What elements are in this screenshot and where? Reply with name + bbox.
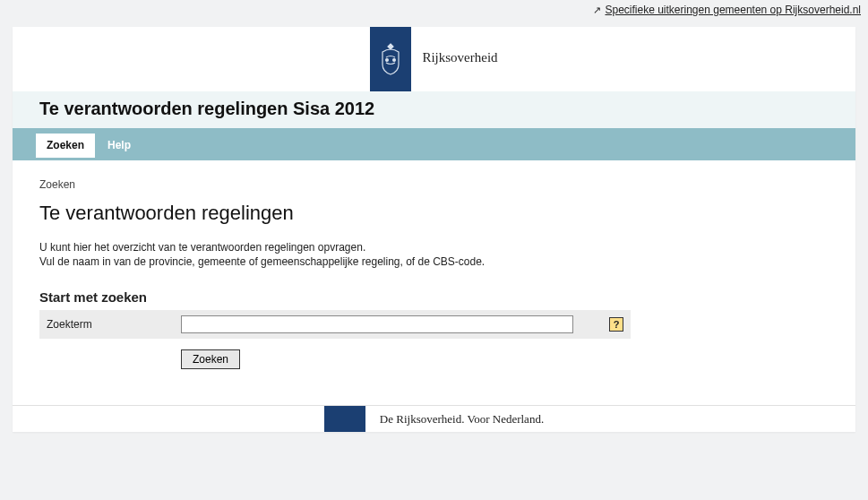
search-form-row: Zoekterm ? (39, 310, 631, 339)
help-icon[interactable]: ? (609, 317, 623, 332)
intro-line-2: Vul de naam in van de provincie, gemeent… (39, 255, 829, 268)
tabs: Zoeken Help (36, 134, 855, 158)
intro-line-1: U kunt hier het overzicht van te verantw… (39, 241, 829, 254)
nav-band: Zoeken Help (13, 128, 855, 160)
content-heading: Te verantwoorden regelingen (39, 202, 829, 225)
logo-text: Rijksoverheid (422, 50, 497, 65)
content: Zoeken Te verantwoorden regelingen U kun… (13, 160, 855, 405)
svg-point-0 (386, 59, 389, 62)
top-link-row: ↗Specifieke uitkeringen gemeenten op Rij… (0, 0, 868, 16)
page-card: Rijksoverheid Te verantwoorden regelinge… (13, 27, 855, 432)
search-input[interactable] (181, 315, 573, 333)
footer-text: De Rijksoverheid. Voor Nederland. (380, 412, 544, 427)
external-link[interactable]: Specifieke uitkeringen gemeenten op Rijk… (605, 4, 861, 16)
button-row: Zoeken (181, 349, 829, 369)
breadcrumb: Zoeken (39, 178, 829, 191)
intro-text: U kunt hier het overzicht van te verantw… (39, 241, 829, 268)
rijksoverheid-logo-icon (370, 27, 411, 91)
title-band: Te verantwoorden regelingen Sisa 2012 (13, 91, 855, 128)
page-title: Te verantwoorden regelingen Sisa 2012 (39, 99, 829, 119)
logo-block: Rijksoverheid (370, 27, 497, 91)
footer: De Rijksoverheid. Voor Nederland. (13, 405, 855, 432)
external-link-icon: ↗ (593, 4, 601, 16)
header-logo-area: Rijksoverheid (13, 27, 855, 91)
tab-zoeken[interactable]: Zoeken (36, 134, 95, 158)
svg-point-1 (393, 59, 396, 62)
form-section-title: Start met zoeken (39, 289, 829, 305)
search-button[interactable]: Zoeken (181, 349, 240, 369)
footer-logo-block-icon (324, 406, 365, 432)
tab-help[interactable]: Help (97, 134, 142, 158)
search-label: Zoekterm (47, 318, 181, 331)
